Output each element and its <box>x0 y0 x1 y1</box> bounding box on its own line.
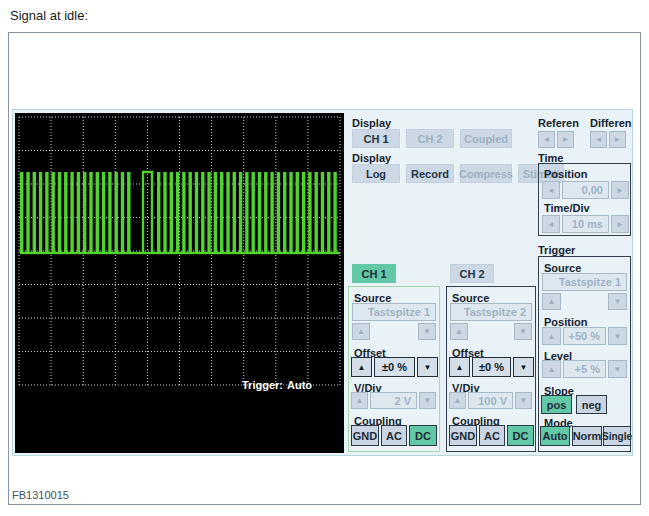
ch2-offset-down-button[interactable]: ▼ <box>513 357 534 377</box>
ch2-display-button[interactable]: CH 2 <box>406 129 454 148</box>
differen-next-button[interactable]: ► <box>609 131 626 148</box>
record-button[interactable]: Record <box>406 164 454 183</box>
chevron-right-icon: ► <box>614 135 622 144</box>
timediv-decrease-button[interactable]: ◄ <box>542 215 560 233</box>
time-groupbox: Position ◄ 0,00 ► Time/Div ◄ 10 ms ► <box>538 163 631 236</box>
caret-down-icon: ▼ <box>614 297 622 306</box>
chevron-right-icon: ► <box>616 186 624 195</box>
trigger-status-label: Trigger: <box>242 379 283 391</box>
ch2-tab[interactable]: CH 2 <box>450 264 494 283</box>
caret-up-icon: ▲ <box>454 396 462 405</box>
caret-down-icon: ▼ <box>614 365 622 374</box>
trigger-position-down-button[interactable]: ▼ <box>608 327 627 345</box>
trigger-position-value: +50 % <box>563 327 606 345</box>
trigger-groupbox: Source Tastspitze 1 ▲ ▼ Position ▲ +50 %… <box>538 256 631 452</box>
ch2-coupling-dc-button[interactable]: DC <box>507 425 534 446</box>
time-position-decrease-button[interactable]: ◄ <box>542 181 560 199</box>
ch1-display-button[interactable]: CH 1 <box>352 129 400 148</box>
timediv-label: Time/Div <box>544 202 590 214</box>
caret-down-icon: ▼ <box>520 363 528 372</box>
time-section: Time Position ◄ 0,00 ► Time/Div ◄ 10 ms … <box>538 152 631 164</box>
ch1-offset-down-button[interactable]: ▼ <box>417 357 438 377</box>
trigger-label: Trigger <box>538 244 631 256</box>
ch2-groupbox: Source Tastspitze 2 ▲ ▼ Offset ▲ ±0 % ▼ … <box>446 286 536 452</box>
caret-up-icon: ▲ <box>455 327 463 336</box>
ch1-coupling-dc-button[interactable]: DC <box>409 425 437 446</box>
ch2-vdiv-down-button[interactable]: ▼ <box>515 392 532 409</box>
caret-down-icon: ▼ <box>614 332 622 341</box>
waveform-plot <box>15 113 344 453</box>
ch1-groupbox: Source Tastspitze 1 ▲ ▼ Offset ▲ ±0 % ▼ … <box>348 286 440 452</box>
display-modes-label: Display <box>352 152 391 164</box>
ch2-vdiv-up-button[interactable]: ▲ <box>449 392 466 409</box>
ch2-offset-up-button[interactable]: ▲ <box>449 357 470 377</box>
oscilloscope-display: Trigger: Auto <box>15 113 344 453</box>
ch1-tab[interactable]: CH 1 <box>352 264 396 283</box>
ch1-vdiv-down-button[interactable]: ▼ <box>419 392 436 409</box>
coupled-display-button[interactable]: Coupled <box>460 129 512 148</box>
trigger-source-up-button[interactable]: ▲ <box>542 293 561 310</box>
chevron-left-icon: ◄ <box>595 135 603 144</box>
trigger-source-down-button[interactable]: ▼ <box>608 293 627 310</box>
slope-neg-button[interactable]: neg <box>576 395 607 414</box>
differen-prev-button[interactable]: ◄ <box>590 131 607 148</box>
ch2-source-value: Tastspitze 2 <box>450 303 532 321</box>
chevron-left-icon: ◄ <box>547 220 555 229</box>
ch2-coupling-gnd-button[interactable]: GND <box>449 425 477 446</box>
time-position-increase-button[interactable]: ► <box>611 181 629 199</box>
trigger-position-up-button[interactable]: ▲ <box>542 327 561 345</box>
slope-pos-button[interactable]: pos <box>541 395 572 414</box>
ch2-coupling-ac-button[interactable]: AC <box>479 425 505 446</box>
page: Signal at idle: Trigger: Auto Display CH… <box>0 0 649 516</box>
ch1-offset-up-button[interactable]: ▲ <box>351 357 372 377</box>
ch2-source-up-button[interactable]: ▲ <box>450 323 468 340</box>
chevron-right-icon: ► <box>616 220 624 229</box>
ch1-source-down-button[interactable]: ▼ <box>418 323 436 340</box>
referen-prev-button[interactable]: ◄ <box>538 131 555 148</box>
ch2-vdiv-value: 100 V <box>468 392 513 409</box>
trigger-level-down-button[interactable]: ▼ <box>608 360 627 378</box>
timediv-value: 10 ms <box>562 215 609 233</box>
trigger-level-up-button[interactable]: ▲ <box>542 360 561 378</box>
ch1-vdiv-up-button[interactable]: ▲ <box>351 392 368 409</box>
caret-down-icon: ▼ <box>424 396 432 405</box>
ch1-coupling-gnd-button[interactable]: GND <box>351 425 379 446</box>
trigger-level-value: +5 % <box>563 360 606 378</box>
caret-up-icon: ▲ <box>358 363 366 372</box>
ch1-source-value: Tastspitze 1 <box>352 303 436 321</box>
caret-up-icon: ▲ <box>356 396 364 405</box>
caret-up-icon: ▲ <box>548 332 556 341</box>
differen-label: Differen <box>590 117 632 129</box>
ch1-vdiv-value: 2 V <box>370 392 417 409</box>
ch1-coupling-ac-button[interactable]: AC <box>381 425 407 446</box>
caret-down-icon: ▼ <box>424 363 432 372</box>
trigger-source-value: Tastspitze 1 <box>542 273 627 291</box>
caret-up-icon: ▲ <box>548 297 556 306</box>
time-position-value: 0,00 <box>562 181 609 199</box>
caret-down-icon: ▼ <box>423 327 431 336</box>
chevron-right-icon: ► <box>562 135 570 144</box>
mode-single-button[interactable]: Single <box>603 426 631 446</box>
caret-down-icon: ▼ <box>519 327 527 336</box>
display-channels-label: Display <box>352 117 391 129</box>
ch1-source-up-button[interactable]: ▲ <box>352 323 370 340</box>
caret-up-icon: ▲ <box>456 363 464 372</box>
caret-up-icon: ▲ <box>548 365 556 374</box>
caret-up-icon: ▲ <box>357 327 365 336</box>
trigger-status-value: Auto <box>287 379 312 391</box>
chevron-left-icon: ◄ <box>543 135 551 144</box>
ch2-source-down-button[interactable]: ▼ <box>514 323 532 340</box>
ch1-offset-value: ±0 % <box>374 357 415 377</box>
compress-button[interactable]: Compress <box>460 164 512 183</box>
referen-label: Referen <box>538 117 579 129</box>
trigger-section: Trigger Source Tastspitze 1 ▲ ▼ Position… <box>538 244 631 256</box>
chevron-left-icon: ◄ <box>547 186 555 195</box>
log-button[interactable]: Log <box>352 164 400 183</box>
page-title: Signal at idle: <box>10 8 88 23</box>
mode-norm-button[interactable]: Norm <box>572 426 602 446</box>
caret-down-icon: ▼ <box>520 396 528 405</box>
mode-auto-button[interactable]: Auto <box>540 426 570 446</box>
referen-next-button[interactable]: ► <box>557 131 574 148</box>
figure-number: FB1310015 <box>12 489 69 501</box>
timediv-increase-button[interactable]: ► <box>611 215 629 233</box>
